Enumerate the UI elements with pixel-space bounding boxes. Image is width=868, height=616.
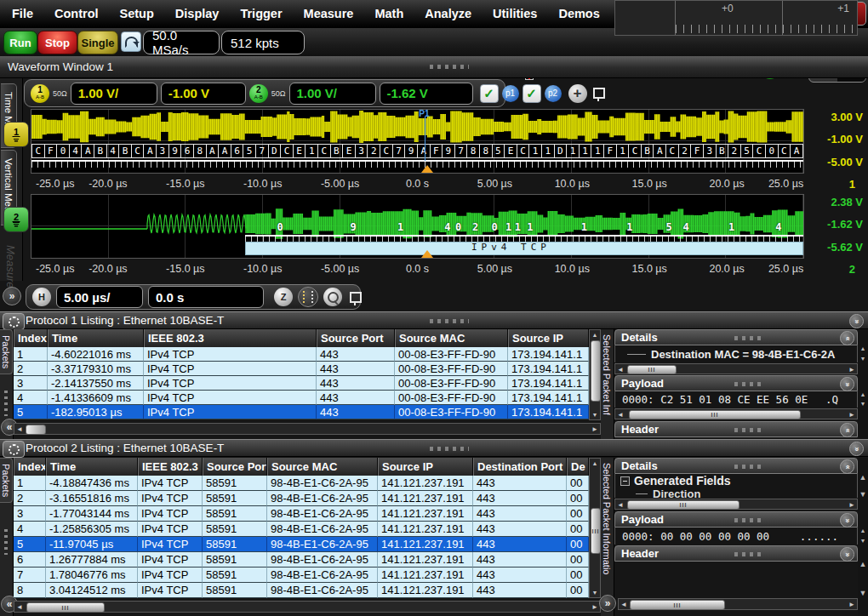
scroll-right-arrow[interactable]: ► [848, 599, 855, 610]
probe1-checkbox[interactable] [480, 84, 499, 103]
clear-display-button[interactable] [121, 31, 141, 52]
scroll-left-arrow[interactable]: ◄ [617, 409, 624, 420]
col-ieee-802-3[interactable]: IEEE 802.3 [138, 458, 203, 476]
channel2-ground-marker[interactable]: 2 [3, 207, 29, 232]
table-row[interactable]: 2-3.37179310 msIPv4 TCP44300-08-E3-FF-FD… [14, 362, 589, 376]
channel2-scale-field[interactable]: 1.00 V/ [289, 83, 376, 105]
menu-trigger[interactable]: Trigger [240, 7, 282, 20]
protocol2-settings-button[interactable] [3, 441, 25, 458]
protocol2-payload-content[interactable]: 0000: 00 00 00 00 00 00 ...... [614, 528, 858, 545]
menu-analyze[interactable]: Analyze [425, 7, 471, 20]
collapse-down-button[interactable] [840, 377, 854, 391]
protocol2-titlebar[interactable]: Protocol 2 Listing : Ethernet 10BASE-T [0, 439, 868, 457]
protocol2-packets-tab[interactable]: Packets [0, 458, 13, 503]
drag-grip[interactable] [430, 447, 469, 451]
col-ieee-802-3[interactable]: IEEE 802.3 [144, 329, 317, 347]
protocol1-horizontal-scrollbar[interactable]: ◄ ► [14, 423, 601, 435]
table-row[interactable]: 1-4.60221016 msIPv4 TCP44300-08-E3-FF-FD… [14, 347, 589, 362]
stop-button[interactable]: Stop [37, 31, 77, 54]
table-row[interactable]: 5-182.95013 µsIPv4 TCP44300-08-E3-FF-FD-… [14, 405, 589, 419]
zoom-button[interactable]: Z [274, 288, 293, 306]
add-channel-button[interactable]: + [568, 84, 587, 103]
protocol2-header-ruler[interactable]: +0 +1 [614, 0, 858, 36]
collapse-down-button[interactable] [840, 547, 854, 562]
scroll-right-arrow[interactable]: ► [591, 602, 598, 613]
table-row[interactable]: 2-3.16551816 msIPv4 TCP5859198-4B-E1-C6-… [14, 491, 589, 506]
run-button[interactable]: Run [3, 31, 37, 54]
trigger-marker-icon[interactable] [421, 250, 433, 258]
scroll-down-arrow[interactable]: ▼ [590, 410, 600, 419]
memory-depth-field[interactable]: 512 kpts [221, 31, 305, 54]
protocol2-collapse-button[interactable] [849, 442, 864, 456]
collapse-up-button[interactable] [840, 331, 854, 345]
horizontal-badge[interactable]: H [32, 288, 51, 306]
table-row[interactable]: 83.04124512 msIPv4 TCP5859198-4B-E1-C6-2… [14, 583, 589, 598]
menu-measure[interactable]: Measure [304, 7, 354, 20]
protocol2-payload-bar[interactable]: Payload [614, 511, 858, 528]
table-row[interactable]: 61.26777884 msIPv4 TCP5859198-4B-E1-C6-2… [14, 552, 589, 568]
protocol2-details-bar[interactable]: Details [614, 458, 858, 474]
probe2-checkbox[interactable] [523, 84, 541, 103]
mini-scroll-arrows[interactable]: ▲▼ [858, 391, 868, 408]
drag-grip[interactable] [430, 319, 469, 323]
channel2-waveform-plot[interactable]: IPv4 TCP 0914020111115414 [31, 194, 804, 259]
col-time[interactable]: Time [46, 458, 138, 476]
menu-setup[interactable]: Setup [120, 7, 154, 20]
protocol1-packets-tab[interactable]: Packets [0, 329, 13, 374]
collapse-up-button[interactable] [840, 459, 854, 474]
sample-rate-field[interactable]: 50.0 MSa/s [143, 31, 220, 54]
collapse-up-button[interactable] [840, 423, 854, 437]
protocol1-settings-button[interactable] [3, 313, 25, 330]
protocol2-panel-scrollbar[interactable]: ◄ ► [618, 598, 858, 610]
col-source-mac[interactable]: Source MAC [395, 329, 508, 347]
protocol1-header-bar[interactable]: Header [614, 421, 858, 437]
search-button[interactable] [323, 288, 342, 306]
col-destination-port[interactable]: Destination Port [473, 458, 567, 476]
waveform-window-titlebar[interactable]: Waveform Window 1 [0, 56, 868, 78]
scroll-right-arrow[interactable]: ► [848, 409, 855, 420]
mini-scroll-arrows[interactable]: ▲▼ [858, 528, 868, 545]
scroll-left-arrow[interactable]: ◄ [620, 599, 627, 610]
menu-demos[interactable]: Demos [558, 7, 599, 20]
table-row[interactable]: 71.78046776 msIPv4 TCP5859198-4B-E1-C6-2… [14, 568, 589, 583]
scroll-right-arrow[interactable]: ► [848, 364, 855, 375]
drag-grip[interactable] [430, 65, 469, 69]
table-row[interactable]: 3-1.77043144 msIPv4 TCP5859198-4B-E1-C6-… [14, 506, 589, 522]
menu-control[interactable]: Control [54, 7, 99, 20]
mini-scroll-arrows[interactable]: ▲▼ [858, 561, 868, 596]
timebase-scale-field[interactable]: 5.00 µs/ [56, 286, 143, 308]
menu-math[interactable]: Math [374, 7, 403, 20]
payload-scrollbar[interactable]: ◄ ► [614, 408, 858, 419]
protocol2-vertical-scrollbar[interactable]: ▲ ▼ [589, 458, 601, 598]
panel-expand-button[interactable]: » [599, 595, 616, 612]
col-source-ip[interactable]: Source IP [378, 458, 473, 476]
details-scrollbar[interactable]: ◄ ► [614, 499, 858, 510]
table-row[interactable]: 1-4.18847436 msIPv4 TCP5859198-4B-E1-C6-… [14, 476, 589, 491]
channel1-badge[interactable]: 1 A-B [31, 84, 49, 103]
protocol1-vertical-scrollbar[interactable]: ▲ ▼ [589, 329, 601, 420]
pin-icon[interactable] [593, 88, 605, 99]
menu-utilities[interactable]: Utilities [493, 7, 537, 20]
col-index[interactable]: Index [14, 329, 48, 347]
col-index[interactable]: Index [14, 458, 46, 476]
collapse-down-button[interactable] [840, 513, 854, 528]
mini-scroll-arrows[interactable]: ▲▼ [858, 345, 868, 362]
mini-scroll-arrows[interactable]: ▲▼ [858, 474, 868, 498]
scroll-up-arrow[interactable]: ▲ [590, 459, 600, 468]
pin-icon[interactable] [350, 292, 362, 303]
protocol1-details-bar[interactable]: Details [614, 329, 858, 345]
protocol2-details-content[interactable]: Generated Fields Direction [614, 474, 858, 498]
trigger-marker-icon[interactable] [421, 165, 433, 173]
scroll-left-arrow[interactable]: ◄ [16, 424, 23, 435]
sidebar-expand-button[interactable]: » [3, 287, 21, 305]
scroll-up-arrow[interactable]: ▲ [590, 330, 600, 339]
scroll-left-arrow[interactable]: ◄ [16, 602, 23, 613]
scroll-right-arrow[interactable]: ► [591, 424, 598, 435]
protocol1-collapse-button[interactable] [849, 314, 864, 328]
table-row[interactable]: 5-11.97045 µsIPv4 TCP5859198-4B-E1-C6-2A… [14, 537, 589, 552]
menu-file[interactable]: File [12, 7, 33, 20]
cursors-button[interactable] [298, 287, 318, 307]
timebase-position-field[interactable]: 0.0 s [148, 286, 264, 308]
table-row[interactable]: 4-1.41336609 msIPv4 TCP44300-08-E3-FF-FD… [14, 391, 589, 405]
probe2-badge[interactable]: p2 [545, 85, 562, 102]
